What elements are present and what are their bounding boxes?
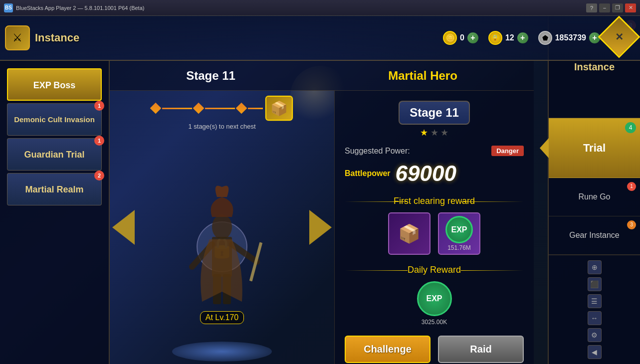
chest-reward-icon: 📦 (265, 96, 293, 121)
stage-name: Martial Hero (388, 69, 457, 83)
sidebar-item-exp-boss[interactable]: EXP Boss (7, 68, 102, 101)
silver-icon: ⬟ (538, 31, 552, 45)
gear-instance-label: Gear Instance (569, 231, 620, 240)
challenge-button[interactable]: Challenge (345, 336, 430, 363)
instance-text: Instance (35, 31, 79, 44)
silver-currency: ⬟ 1853739 + (538, 31, 600, 45)
top-navigation: ⚔ Instance 🪙 0 + 🔒 12 + ⬟ 1853739 + (0, 16, 640, 61)
exp-icon: EXP (445, 216, 473, 243)
tool-icon-3[interactable]: ☰ (588, 294, 602, 308)
instance-label-area: ⚔ Instance (5, 25, 79, 50)
center-panel: Stage 11 Martial Hero 📦 (110, 61, 534, 364)
rune-go-label: Rune Go (578, 192, 610, 201)
sidebar-tools: ⊕ ⬛ ☰ ↔ ⚙ ◀ (549, 255, 640, 364)
first-clearing-rewards: 📦 EXP 151.76M (345, 212, 524, 255)
svg-rect-6 (249, 242, 263, 282)
help-button[interactable]: ? (586, 3, 597, 12)
restore-button[interactable]: ❐ (612, 3, 623, 12)
game-area: ⚔ Instance 🪙 0 + 🔒 12 + ⬟ 1853739 + (0, 16, 640, 364)
title-bar: BS BlueStacks App Player 2 — 5.8.101.100… (0, 0, 640, 16)
sidebar-item-demonic-cult[interactable]: Demonic Cult Invasion 1 (7, 103, 102, 136)
gear-instance-badge: 3 (627, 220, 636, 229)
action-buttons: Challenge Raid (345, 336, 524, 363)
locked-gold-currency: 🔒 12 + (488, 31, 528, 45)
locked-gold-value: 12 (505, 33, 514, 42)
stage-stars: ★ ★ ★ (345, 127, 524, 138)
stage-info-panel: Stage 11 ★ ★ ★ Suggested Power: Danger B… (334, 91, 534, 364)
gem-3 (235, 103, 247, 114)
character-silhouette: 🔒 At (110, 130, 334, 364)
progress-line-3 (248, 108, 263, 109)
daily-exp-icon: EXP (417, 281, 452, 316)
sidebar-item-guardian-trial[interactable]: Guardian Trial 1 (7, 138, 102, 171)
locked-gold-add-button[interactable]: + (517, 32, 528, 43)
guardian-trial-badge: 1 (94, 136, 104, 146)
tool-icon-1[interactable]: ⊕ (588, 260, 602, 274)
chest-reward-item: 📦 (388, 212, 430, 255)
tool-icon-5[interactable]: ⚙ (588, 328, 602, 342)
left-sidebar: EXP Boss Demonic Cult Invasion 1 Guardia… (0, 61, 110, 364)
far-right-trial-label: Trial (583, 142, 606, 155)
sidebar-item-martial-realm[interactable]: Martial Realm 2 (7, 173, 102, 205)
far-right-rune-go-section[interactable]: Rune Go 1 (549, 178, 640, 216)
gold-currency: 🪙 0 + (443, 31, 478, 45)
chest-glow (265, 95, 293, 121)
gem-2 (193, 103, 204, 114)
close-icon: ✕ (615, 31, 624, 43)
battlepower-row: Battlepower 69000 (345, 161, 524, 186)
gold-add-button[interactable]: + (467, 32, 478, 43)
demonic-cult-badge: 1 (94, 101, 104, 111)
daily-exp-label: EXP (426, 294, 442, 303)
chest-label: 1 stage(s) to next chest (188, 123, 255, 130)
far-right-gear-instance-section[interactable]: Gear Instance 3 (549, 216, 640, 255)
danger-badge: Danger (491, 146, 524, 156)
trial-badge: 4 (625, 122, 636, 133)
martial-realm-badge: 2 (94, 171, 104, 181)
platform-glow (172, 342, 272, 362)
trial-active-arrow (540, 138, 549, 158)
progress-line-1 (162, 108, 192, 109)
suggested-power-row: Suggested Power: Danger (345, 146, 524, 156)
suggested-power-label: Suggested Power: (345, 147, 410, 156)
progress-bar: 📦 (152, 96, 293, 121)
currency-bar: 🪙 0 + 🔒 12 + ⬟ 1853739 + (443, 31, 600, 45)
tool-icon-6[interactable]: ◀ (588, 345, 602, 359)
minimize-button[interactable]: − (599, 3, 610, 12)
tool-icon-2[interactable]: ⬛ (588, 277, 602, 291)
daily-exp-value: 3025.00K (345, 319, 524, 326)
exp-label: EXP (451, 225, 467, 234)
app-icon: BS (4, 3, 13, 12)
instance-icon: ⚔ (5, 25, 30, 50)
far-right-trial-section[interactable]: Trial 4 (549, 118, 640, 178)
stage-number: Stage 11 (186, 69, 235, 83)
stage-info-header: Stage 11 ★ ★ ★ (345, 101, 524, 138)
chest-progress-area: 📦 1 stage(s) to next chest (152, 96, 293, 130)
character-level: At Lv.170 (200, 311, 244, 324)
gem-1 (150, 103, 161, 114)
stage-11-title: Stage 11 (399, 101, 470, 125)
locked-gold-icon: 🔒 (488, 31, 502, 45)
rune-go-badge: 1 (627, 182, 636, 191)
silver-value: 1853739 (555, 33, 586, 42)
raid-button[interactable]: Raid (438, 336, 524, 363)
character-area: 📦 1 stage(s) to next chest 🔒 (110, 91, 334, 364)
close-diamond-button[interactable]: ✕ (598, 16, 640, 58)
battlepower-value: 69000 (396, 161, 456, 186)
chest-icon: 📦 (398, 223, 421, 244)
prev-stage-arrow[interactable] (112, 210, 135, 245)
gold-value: 0 (460, 33, 464, 42)
window-controls: ? − ❐ ✕ (586, 3, 636, 12)
exp-reward-item: EXP 151.76M (438, 212, 480, 255)
tool-icon-4[interactable]: ↔ (588, 311, 602, 325)
next-stage-arrow[interactable] (309, 210, 332, 245)
gold-icon: 🪙 (443, 31, 457, 45)
exp-value: 151.76M (447, 244, 471, 251)
first-clearing-title: First clearing reward (345, 196, 524, 206)
stage-header: Stage 11 Martial Hero (110, 61, 534, 91)
close-button[interactable]: ✕ (625, 3, 636, 12)
svg-point-2 (212, 214, 232, 239)
far-right-instance-label: Instance (574, 61, 615, 73)
far-right-sidebar: Instance 8 Trial 4 Rune Go 1 Gear Instan… (548, 16, 640, 364)
progress-line-2 (205, 108, 235, 109)
app-title: BlueStacks App Player 2 — 5.8.101.1001 P… (16, 5, 586, 11)
